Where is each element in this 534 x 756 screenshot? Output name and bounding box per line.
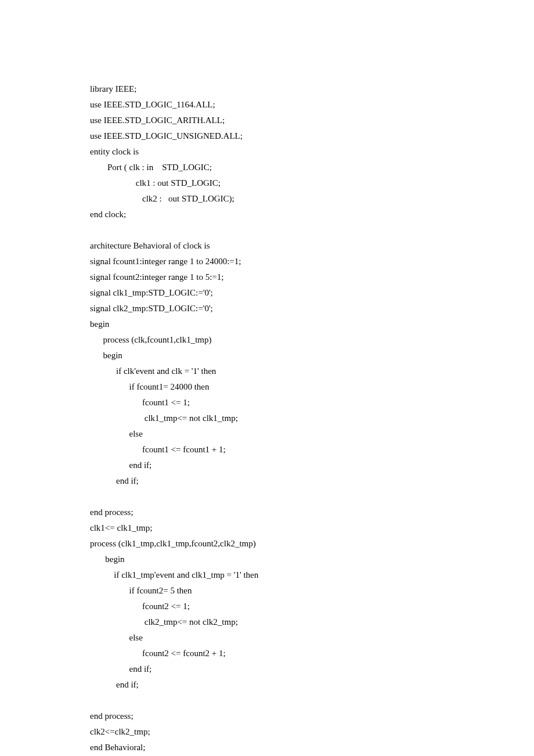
- code-line: begin: [90, 348, 444, 363]
- code-line: end process;: [90, 708, 444, 724]
- code-line: use IEEE.STD_LOGIC_UNSIGNED.ALL;: [90, 128, 444, 144]
- code-line: clk2<=clk2_tmp;: [90, 724, 444, 740]
- code-line: end if;: [90, 661, 444, 677]
- code-line: use IEEE.STD_LOGIC_1164.ALL;: [90, 97, 444, 113]
- code-line: clk1<= clk1_tmp;: [90, 520, 444, 536]
- code-line: end if;: [90, 677, 444, 693]
- code-line: clk2_tmp<= not clk2_tmp;: [90, 614, 444, 630]
- code-line: end clock;: [90, 207, 444, 222]
- code-line: process (clk1_tmp,clk1_tmp,fcount2,clk2_…: [90, 536, 444, 552]
- code-line: [90, 693, 444, 708]
- code-line: [90, 489, 444, 505]
- code-line: fcount2 <= 1;: [90, 599, 444, 614]
- code-line: if fcount2= 5 then: [90, 583, 444, 599]
- code-line: entity clock is: [90, 144, 444, 160]
- code-line: else: [90, 426, 444, 442]
- code-line: fcount1 <= fcount1 + 1;: [90, 442, 444, 458]
- code-line: else: [90, 630, 444, 646]
- code-line: clk1_tmp<= not clk1_tmp;: [90, 411, 444, 426]
- code-line: architecture Behavioral of clock is: [90, 238, 444, 254]
- code-line: Port ( clk : in STD_LOGIC;: [90, 160, 444, 175]
- code-line: clk1 : out STD_LOGIC;: [90, 175, 444, 191]
- code-line: if clk1_tmp'event and clk1_tmp = '1' the…: [90, 567, 444, 583]
- code-line: fcount1 <= 1;: [90, 395, 444, 411]
- code-line: process (clk,fcount1,clk1_tmp): [90, 332, 444, 348]
- code-page: library IEEE; use IEEE.STD_LOGIC_1164.AL…: [0, 0, 534, 756]
- code-line: end if;: [90, 458, 444, 473]
- code-line: begin: [90, 552, 444, 567]
- code-line: clk2 : out STD_LOGIC);: [90, 191, 444, 207]
- code-line: if clk'event and clk = '1' then: [90, 363, 444, 379]
- code-line: use IEEE.STD_LOGIC_ARITH.ALL;: [90, 113, 444, 128]
- code-line: signal fcount2:integer range 1 to 5:=1;: [90, 269, 444, 285]
- code-line: library IEEE;: [90, 81, 444, 97]
- code-line: begin: [90, 316, 444, 332]
- code-line: [90, 222, 444, 238]
- code-line: end process;: [90, 505, 444, 520]
- code-line: end if;: [90, 473, 444, 489]
- code-line: end Behavioral;: [90, 740, 444, 755]
- code-line: signal clk2_tmp:STD_LOGIC:='0';: [90, 301, 444, 316]
- code-line: fcount2 <= fcount2 + 1;: [90, 646, 444, 661]
- code-line: if fcount1= 24000 then: [90, 379, 444, 395]
- code-line: signal clk1_tmp:STD_LOGIC:='0';: [90, 285, 444, 301]
- code-line: signal fcount1:integer range 1 to 24000:…: [90, 254, 444, 269]
